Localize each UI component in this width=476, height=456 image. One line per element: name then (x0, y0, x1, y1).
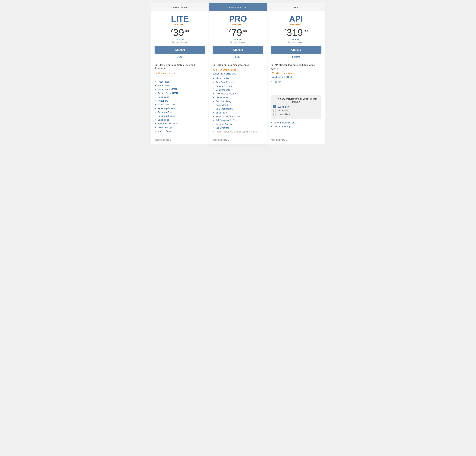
radio-empty (273, 109, 276, 112)
plan-header-title: All Website Tools (229, 6, 247, 9)
feature-text: Full Business Profile (216, 119, 236, 122)
extra-feature-list: ✔ Custom Monthly Data ✔ Create OpenApps (271, 121, 322, 134)
check-icon: ✔ (212, 77, 214, 80)
feature-item: ✔ Compare Sites (212, 88, 264, 92)
feature-text: Flow Metrics History (216, 93, 236, 95)
feature-text: Bulk Backlink Checker (158, 122, 180, 125)
plan-header: Full API (267, 3, 325, 11)
units-option-selected[interactable]: 100 million (273, 105, 319, 109)
feature-item: ✔ Referring domains (154, 107, 205, 110)
feature-text: Rank Tracker (via Google Search Console) (216, 130, 258, 133)
feature-text: Verified Domains (158, 130, 175, 133)
account-limits[interactable]: Account Limits ∨ (154, 136, 205, 141)
account-limits-label: Account Limits (271, 139, 285, 141)
feature-item: ✔ Flow Metrics History (212, 92, 264, 96)
plan-section-label: Everything in LITE, plus (212, 72, 264, 75)
feature-item: ✔ Link ContextNEW! (154, 87, 205, 91)
units-option-label: 1,000 million (277, 113, 290, 116)
chevron-down-icon: ∨ (170, 139, 171, 141)
choose-button[interactable]: Choose (154, 46, 205, 54)
check-icon: ✔ (212, 115, 214, 118)
plan-price-wrapper: £ 39 .99 (154, 28, 205, 37)
choose-button[interactable]: Choose (212, 46, 264, 54)
feature-text: Fresh Index (158, 81, 170, 83)
price-cents: .99 (242, 29, 247, 33)
plan-card-lite: Lowest Price LITE MONTHLY £ 39 .99 Month… (151, 3, 209, 144)
plan-cycle-label: Monthly (271, 38, 322, 41)
price-amount: 39 (173, 28, 184, 37)
check-icon: ✔ (212, 100, 214, 102)
feature-item: ✔ Experimental (212, 126, 264, 130)
currency-symbol: £ (229, 29, 231, 33)
plan-users: 1 User (154, 56, 205, 61)
plan-body: PRO MONTHLY £ 79 .99 Monthly Pay every 1… (209, 11, 267, 144)
units-option[interactable]: 1,000 million (273, 112, 319, 116)
account-limits[interactable]: Account Limits ∨ (271, 136, 322, 141)
plan-price: £ 79 .99 (229, 28, 247, 37)
account-limits-label: Account Limits (154, 139, 169, 141)
plan-price: £ 319 .99 (284, 28, 308, 37)
account-limits[interactable]: Account Limits ∨ (212, 136, 264, 141)
feature-text: Email Alerts (216, 111, 228, 114)
feature-list: ✔ Fresh Index ✔ Site Explorer ✔ Link Con… (154, 80, 205, 134)
check-icon: ✔ (212, 85, 214, 87)
feature-text: Site Explorer (158, 84, 170, 87)
feature-item: ✔ Network Neighbourhood (212, 115, 264, 118)
plan-billing-cycle: MONTHLY (212, 23, 264, 26)
units-option-label: 300 million (277, 109, 288, 112)
currency-symbol: £ (284, 29, 286, 33)
plan-card-pro: All Website Tools PRO MONTHLY £ 79 .99 M… (209, 3, 267, 144)
units-option[interactable]: 300 million (273, 109, 319, 112)
extra-feature-text: Custom Monthly Data (274, 121, 295, 124)
feature-item: ✔ Bulk Backlink Checker (154, 122, 205, 126)
feature-item: ✔ Verified Domains (154, 129, 205, 133)
feature-text: Custom Reports (216, 85, 232, 87)
check-icon: ✔ (154, 115, 156, 117)
feature-item: ✔ Custom Reports (212, 84, 264, 88)
feature-item: ✔ Search Explorer (212, 103, 264, 107)
check-icon: ✔ (212, 127, 214, 129)
check-icon: ✔ (154, 126, 156, 129)
feature-list: ✔ Historic Index ✔ Raw Data Exports ✔ Cu… (212, 76, 264, 134)
feature-item: ✔ Fresh Index (154, 80, 205, 84)
feature-item: ✔ Keyword Checker (212, 122, 264, 126)
plan-header: Lowest Price (151, 3, 209, 11)
plan-units: 100 million analysis units (271, 72, 322, 75)
feature-text: Topical Trust Flow (158, 103, 176, 106)
plan-card-api: Full API API MONTHLY £ 319 .99 Monthly P… (267, 3, 325, 144)
check-icon: ✔ (212, 130, 214, 133)
feature-item: ✔ Backlink History (212, 99, 264, 103)
check-icon: ✔ (212, 81, 214, 84)
plan-units: 1 million analysis units (154, 72, 205, 75)
check-icon: ✔ (154, 107, 156, 110)
choose-button[interactable]: Choose (271, 46, 322, 54)
extra-feature-item: ✔ Custom Monthly Data (271, 121, 322, 125)
plan-billing-cycle: MONTHLY (271, 23, 322, 26)
feature-item: ✔ Full Business Profile (212, 118, 264, 122)
check-icon: ✔ (154, 100, 156, 102)
feature-text: Keyword Checker (216, 123, 233, 125)
feature-text: Backlink History (216, 100, 232, 102)
plan-section-label: LITE (154, 76, 205, 78)
feature-text: Search Explorer (216, 104, 232, 106)
plan-description: Our API plan, for developers and data-hu… (271, 63, 322, 70)
feature-text: Historic Index (216, 77, 229, 80)
feature-text: Use OpenApps (158, 126, 173, 129)
check-icon: ✔ (212, 119, 214, 122)
check-icon: ✔ (271, 121, 272, 124)
plan-header-title: Lowest Price (173, 6, 187, 9)
check-icon: ✔ (154, 92, 156, 94)
feature-item: ✔ Historic Index (212, 76, 264, 80)
feature-item: ✔ Related SitesNEW! (154, 91, 205, 95)
feature-item: ✔ Topical Trust Flow (154, 103, 205, 107)
feature-item: ✔ Full API (271, 80, 322, 84)
feature-item: ✔ Share Campaigns (212, 107, 264, 111)
check-icon: ✔ (154, 122, 156, 125)
plan-price: £ 39 .99 (171, 28, 189, 37)
price-amount: 79 (231, 28, 242, 37)
feature-text: Campaigns (158, 96, 169, 98)
price-amount: 319 (286, 28, 303, 37)
badge-new: NEW! (171, 88, 177, 90)
check-icon: ✔ (271, 81, 272, 83)
feature-list: ✔ Full API (271, 80, 322, 93)
